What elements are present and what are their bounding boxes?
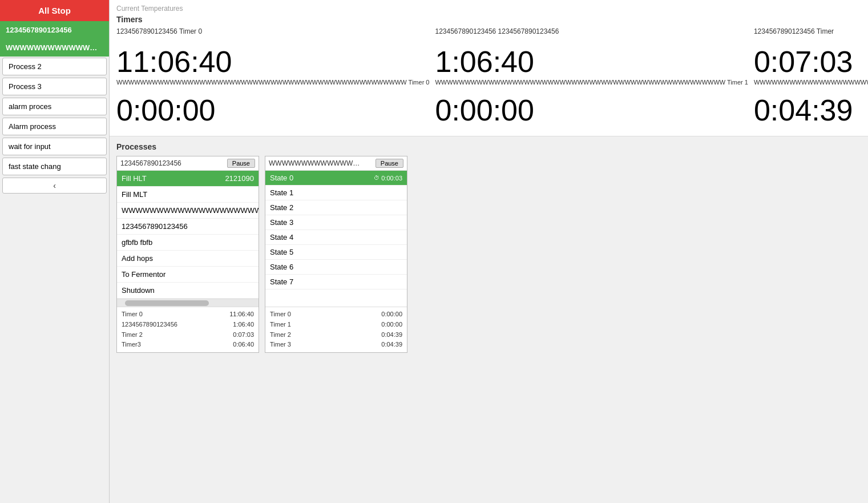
- state-item-name-1: State 1: [270, 188, 293, 197]
- horizontal-scrollbar[interactable]: [117, 299, 259, 307]
- process-item-4[interactable]: gfbfb fbfb: [117, 235, 259, 251]
- timer-col-0: 1234567890123456 Timer 0 11:06:40 WWWWWW…: [116, 27, 429, 127]
- state-item-name-5: State 5: [270, 248, 293, 256]
- state-item-2[interactable]: State 2: [265, 200, 407, 215]
- process-item-name-5: Add hops: [122, 254, 153, 263]
- timer-small-value-1: 0:00:00: [435, 94, 748, 127]
- sidebar-process-btn-3[interactable]: Alarm process: [2, 118, 107, 135]
- sidebar: All Stop 1234567890123456 WWWWWWWWWWWWWW…: [0, 0, 110, 503]
- clock-icon-0: ⏱: [374, 175, 380, 181]
- panel2-timer-name-0: Timer 0: [270, 309, 291, 320]
- timers-section: Current Temperatures Timers 123456789012…: [110, 0, 868, 136]
- process-panel-2-title: WWWWWWWWWWWWWWWWWWWWWWW: [269, 159, 360, 167]
- sidebar-process-btn-5[interactable]: fast state chang: [2, 158, 107, 175]
- process-panel-2-state-list: State 0⏱0:00:03State 1State 2State 3Stat…: [265, 171, 407, 307]
- process-item-5[interactable]: Add hops: [117, 251, 259, 267]
- state-item-1[interactable]: State 1: [265, 186, 407, 200]
- timer-name-1: 1234567890123456 1234567890123456: [435, 27, 748, 46]
- panel1-timer-name-3: Timer3: [122, 340, 141, 350]
- all-stop-button[interactable]: All Stop: [0, 0, 109, 21]
- timer-small-value-2: 0:04:39: [754, 94, 868, 127]
- timer-sub-name-2: WWWWWWWWWWWWWWWWWWWWWWWWWWWWWWWWWWWWWWWW…: [754, 78, 868, 94]
- state-item-name-2: State 2: [270, 203, 293, 212]
- state-item-5[interactable]: State 5: [265, 245, 407, 260]
- panel2-timer-value-3: 0:04:39: [381, 340, 402, 350]
- process-panel-1: 1234567890123456 Pause Fill HLT2121090Fi…: [116, 156, 259, 352]
- sidebar-collapse-button[interactable]: ‹: [2, 178, 107, 194]
- timer-name-2: 1234567890123456 Timer: [754, 27, 868, 46]
- state-item-0[interactable]: State 0⏱0:00:03: [265, 171, 407, 186]
- process-panel-2-footer: Timer 00:00:00Timer 10:00:00Timer 20:04:…: [265, 307, 407, 352]
- process-panel-1-header: 1234567890123456 Pause: [117, 156, 259, 171]
- panel2-timer-name-3: Timer 3: [270, 340, 291, 350]
- panel2-timer-row-2: Timer 20:04:39: [270, 330, 402, 340]
- state-item-name-0: State 0: [270, 174, 293, 182]
- panel2-timer-name-2: Timer 2: [270, 330, 291, 340]
- state-item-name-7: State 7: [270, 277, 293, 286]
- sidebar-process-btn-0[interactable]: Process 2: [2, 58, 107, 75]
- panel1-timer-value-0: 11:06:40: [229, 309, 254, 320]
- process-panel-1-list: Fill HLT2121090Fill MLTWWWWWWWWWWWWWWWWW…: [117, 171, 259, 299]
- panel1-timer-row-2: Timer 20:07:03: [122, 330, 254, 340]
- sidebar-active-process-2[interactable]: WWWWWWWWWWWWWW: [0, 39, 109, 57]
- process-panel-1-pause-button[interactable]: Pause: [227, 159, 255, 168]
- process-item-name-7: Shutdown: [122, 286, 155, 295]
- state-item-3[interactable]: State 3: [265, 215, 407, 230]
- sidebar-process-btn-4[interactable]: wait for input: [2, 138, 107, 155]
- process-item-7[interactable]: Shutdown: [117, 283, 259, 299]
- state-item-timer-0: ⏱0:00:03: [374, 175, 402, 182]
- main-content: Current Temperatures Timers 123456789012…: [110, 0, 868, 503]
- panel2-timer-row-1: Timer 10:00:00: [270, 320, 402, 330]
- process-item-2[interactable]: WWWWWWWWWWWWWWWWWWWWWWWWWW: [117, 203, 259, 219]
- panel1-timer-row-3: Timer30:06:40: [122, 340, 254, 350]
- state-item-6[interactable]: State 6: [265, 260, 407, 275]
- timer-big-value-1: 1:06:40: [435, 46, 748, 78]
- process-item-name-3: 1234567890123456: [122, 222, 188, 231]
- timer-sub-name-0: WWWWWWWWWWWWWWWWWWWWWWWWWWWWWWWWWWWWWWWW…: [116, 78, 429, 94]
- panel2-timer-value-0: 0:00:00: [381, 309, 402, 320]
- panel1-timer-value-3: 0:06:40: [233, 340, 254, 350]
- timers-grid: 1234567890123456 Timer 0 11:06:40 WWWWWW…: [116, 27, 861, 127]
- process-item-0[interactable]: Fill HLT2121090: [117, 171, 259, 187]
- current-temperatures-heading: Current Temperatures: [116, 5, 861, 13]
- process-item-name-6: To Fermentor: [122, 270, 165, 279]
- panel2-timer-name-1: Timer 1: [270, 320, 291, 330]
- process-panel-2: WWWWWWWWWWWWWWWWWWWWWWW Pause State 0⏱0:…: [265, 156, 407, 352]
- process-panel-1-title: 1234567890123456: [120, 159, 181, 167]
- sidebar-process-btn-2[interactable]: alarm proces: [2, 98, 107, 115]
- timer-small-value-0: 0:00:00: [116, 94, 429, 127]
- panel2-timer-value-1: 0:00:00: [381, 320, 402, 330]
- panel1-timer-name-2: Timer 2: [122, 330, 143, 340]
- processes-section: Processes 1234567890123456 Pause Fill HL…: [110, 136, 868, 503]
- sidebar-process-btn-1[interactable]: Process 3: [2, 78, 107, 95]
- process-item-3[interactable]: 1234567890123456: [117, 219, 259, 235]
- panel2-timer-row-0: Timer 00:00:00: [270, 309, 402, 320]
- process-item-1[interactable]: Fill MLT: [117, 187, 259, 203]
- timer-col-2: 1234567890123456 Timer 0:07:03 WWWWWWWWW…: [754, 27, 868, 127]
- process-panel-2-pause-button[interactable]: Pause: [376, 159, 403, 168]
- process-item-6[interactable]: To Fermentor: [117, 267, 259, 283]
- process-item-name-0: Fill HLT: [122, 174, 147, 183]
- process-item-name-2: WWWWWWWWWWWWWWWWWWWWWWWWWW: [122, 206, 259, 215]
- process-panel-2-header: WWWWWWWWWWWWWWWWWWWWWWW Pause: [265, 156, 407, 171]
- timers-label: Timers: [116, 15, 861, 24]
- state-item-4[interactable]: State 4: [265, 230, 407, 245]
- panel1-timer-name-1: 1234567890123456: [122, 320, 177, 330]
- process-item-name-4: gfbfb fbfb: [122, 238, 152, 247]
- panel2-timer-value-2: 0:04:39: [381, 330, 402, 340]
- state-item-name-4: State 4: [270, 233, 293, 242]
- panel1-timer-row-1: 12345678901234561:06:40: [122, 320, 254, 330]
- timer-big-value-2: 0:07:03: [754, 46, 868, 78]
- panel1-timer-value-2: 0:07:03: [233, 330, 254, 340]
- process-panel-1-footer: Timer 011:06:4012345678901234561:06:40Ti…: [117, 307, 259, 352]
- timer-sub-name-1: WWWWWWWWWWWWWWWWWWWWWWWWWWWWWWWWWWWWWWWW…: [435, 78, 748, 94]
- chevron-left-icon: ‹: [53, 181, 56, 190]
- state-item-name-3: State 3: [270, 218, 293, 227]
- panel1-timer-name-0: Timer 0: [122, 309, 143, 320]
- sidebar-active-process-1[interactable]: 1234567890123456: [0, 21, 109, 39]
- panel2-timer-row-3: Timer 30:04:39: [270, 340, 402, 350]
- process-item-value-0: 2121090: [225, 174, 254, 183]
- state-item-7[interactable]: State 7: [265, 275, 407, 289]
- processes-label: Processes: [116, 142, 861, 151]
- processes-grid: 1234567890123456 Pause Fill HLT2121090Fi…: [116, 156, 861, 352]
